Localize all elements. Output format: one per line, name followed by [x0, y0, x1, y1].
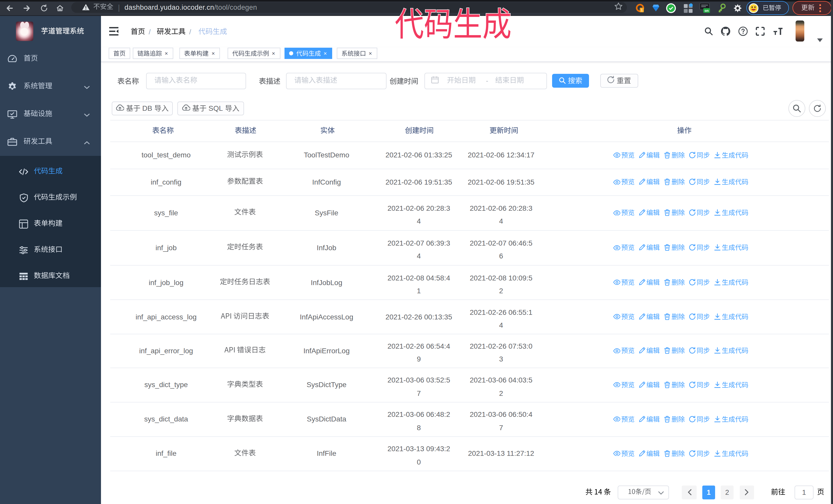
svg-text:1: 1: [641, 8, 643, 12]
svg-text:on: on: [705, 9, 709, 13]
